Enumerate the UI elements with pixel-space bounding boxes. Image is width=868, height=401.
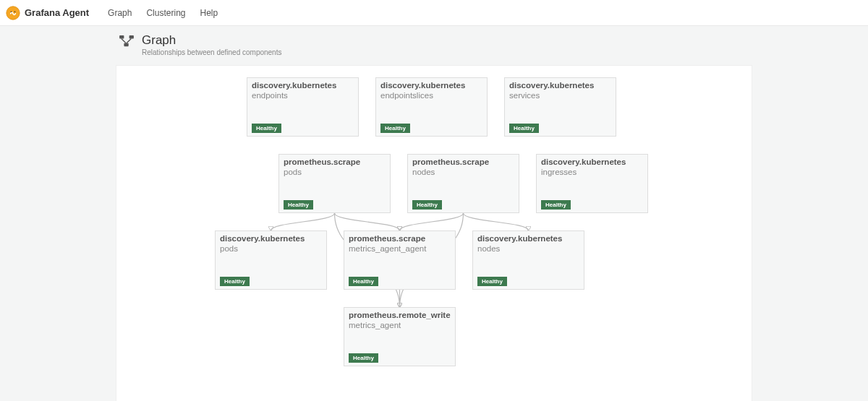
graph-node[interactable]: prometheus.remote_writemetrics_agentHeal… xyxy=(344,307,456,366)
node-label: metrics_agent xyxy=(349,321,451,331)
graph-icon xyxy=(119,35,135,48)
node-type: prometheus.scrape xyxy=(412,158,514,168)
node-type: discovery.kubernetes xyxy=(252,81,354,91)
status-badge: Healthy xyxy=(380,124,410,133)
status-badge: Healthy xyxy=(541,200,571,210)
svg-point-1 xyxy=(11,11,12,12)
graph-node[interactable]: prometheus.scrapemetrics_agent_agentHeal… xyxy=(344,230,456,290)
app-name: Grafana Agent xyxy=(25,7,89,18)
node-label: metrics_agent_agent xyxy=(349,244,451,254)
status-badge: Healthy xyxy=(252,124,281,133)
node-type: discovery.kubernetes xyxy=(477,234,579,244)
app-header: Grafana Agent Graph Clustering Help xyxy=(0,0,868,26)
nav-item-help[interactable]: Help xyxy=(192,8,225,18)
graph-node[interactable]: prometheus.scrapenodesHealthy xyxy=(407,154,519,213)
status-badge: Healthy xyxy=(509,124,539,133)
node-type: discovery.kubernetes xyxy=(509,81,611,91)
graph-node[interactable]: discovery.kubernetesendpointslicesHealth… xyxy=(375,77,488,137)
node-type: discovery.kubernetes xyxy=(220,234,322,244)
status-badge: Healthy xyxy=(412,200,442,210)
node-type: prometheus.remote_write xyxy=(349,311,451,321)
svg-rect-5 xyxy=(124,43,128,46)
graph-node[interactable]: discovery.kubernetespodsHealthy xyxy=(215,230,327,290)
status-badge: Healthy xyxy=(284,200,313,210)
graph-node[interactable]: discovery.kubernetesendpointsHealthy xyxy=(247,77,359,137)
page-title: Graph xyxy=(142,33,281,48)
node-label: services xyxy=(509,91,611,101)
status-badge: Healthy xyxy=(349,353,378,363)
node-label: nodes xyxy=(412,168,514,178)
graph-node[interactable]: prometheus.scrapepodsHealthy xyxy=(278,154,391,213)
nav-item-clustering[interactable]: Clustering xyxy=(139,8,192,18)
page-subtitle: Relationships between defined components xyxy=(142,48,281,56)
grafana-agent-icon xyxy=(6,6,20,20)
node-type: prometheus.scrape xyxy=(284,158,386,168)
graph-node[interactable]: discovery.kubernetesingressesHealthy xyxy=(536,154,648,213)
page-header: Graph Relationships between defined comp… xyxy=(0,26,868,62)
status-badge: Healthy xyxy=(349,277,378,286)
node-label: endpointslices xyxy=(380,91,482,101)
node-label: pods xyxy=(220,244,322,254)
svg-rect-3 xyxy=(119,35,124,39)
status-badge: Healthy xyxy=(477,277,507,286)
nav-item-graph[interactable]: Graph xyxy=(101,8,139,18)
node-label: nodes xyxy=(477,244,579,254)
node-type: prometheus.scrape xyxy=(349,234,451,244)
node-label: endpoints xyxy=(252,91,354,101)
graph-node[interactable]: discovery.kubernetesnodesHealthy xyxy=(472,230,584,290)
graph-canvas[interactable]: discovery.kubernetesendpointsHealthydisc… xyxy=(116,65,752,401)
svg-rect-4 xyxy=(129,35,134,39)
node-type: discovery.kubernetes xyxy=(541,158,643,168)
node-label: pods xyxy=(284,168,386,178)
graph-node[interactable]: discovery.kubernetesservicesHealthy xyxy=(504,77,616,137)
node-label: ingresses xyxy=(541,168,643,178)
app-logo[interactable]: Grafana Agent xyxy=(6,6,89,20)
svg-point-2 xyxy=(14,11,16,12)
status-badge: Healthy xyxy=(220,277,250,286)
node-type: discovery.kubernetes xyxy=(380,81,482,91)
